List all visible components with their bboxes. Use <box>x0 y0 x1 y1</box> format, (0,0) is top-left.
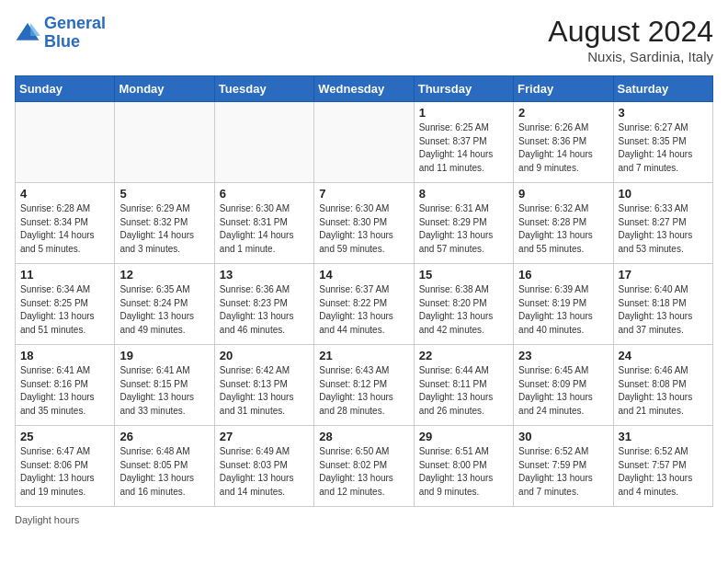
calendar-cell: 21Sunrise: 6:43 AM Sunset: 8:12 PM Dayli… <box>314 345 414 426</box>
calendar-cell <box>314 102 414 183</box>
day-number: 22 <box>419 349 508 362</box>
week-row-4: 18Sunrise: 6:41 AM Sunset: 8:16 PM Dayli… <box>16 345 713 426</box>
day-info: Sunrise: 6:41 AM Sunset: 8:15 PM Dayligh… <box>119 364 209 418</box>
day-info: Sunrise: 6:38 AM Sunset: 8:20 PM Dayligh… <box>419 283 508 337</box>
day-number: 5 <box>119 187 209 201</box>
logo-general: General <box>44 14 106 32</box>
day-info: Sunrise: 6:46 AM Sunset: 8:08 PM Dayligh… <box>619 364 708 418</box>
day-number: 27 <box>220 430 309 443</box>
calendar-cell: 25Sunrise: 6:47 AM Sunset: 8:06 PM Dayli… <box>16 426 115 507</box>
week-row-1: 1Sunrise: 6:25 AM Sunset: 8:37 PM Daylig… <box>16 102 713 183</box>
calendar-cell: 29Sunrise: 6:51 AM Sunset: 8:00 PM Dayli… <box>414 426 513 507</box>
day-number: 13 <box>220 268 309 282</box>
day-number: 8 <box>419 187 508 201</box>
week-row-5: 25Sunrise: 6:47 AM Sunset: 8:06 PM Dayli… <box>16 426 713 507</box>
logo-text: General Blue <box>44 15 106 52</box>
day-info: Sunrise: 6:29 AM Sunset: 8:32 PM Dayligh… <box>119 202 209 256</box>
day-info: Sunrise: 6:52 AM Sunset: 7:57 PM Dayligh… <box>619 445 708 499</box>
week-row-2: 4Sunrise: 6:28 AM Sunset: 8:34 PM Daylig… <box>16 183 713 264</box>
day-info: Sunrise: 6:30 AM Sunset: 8:30 PM Dayligh… <box>319 202 408 256</box>
day-number: 18 <box>20 349 109 362</box>
calendar-cell: 19Sunrise: 6:41 AM Sunset: 8:15 PM Dayli… <box>115 345 214 426</box>
logo: General Blue <box>15 15 106 52</box>
day-info: Sunrise: 6:40 AM Sunset: 8:18 PM Dayligh… <box>619 283 708 337</box>
calendar-cell <box>16 102 115 183</box>
col-header-sunday: Sunday <box>16 76 115 102</box>
day-number: 28 <box>319 430 408 443</box>
day-info: Sunrise: 6:31 AM Sunset: 8:29 PM Dayligh… <box>419 202 508 256</box>
day-info: Sunrise: 6:33 AM Sunset: 8:27 PM Dayligh… <box>619 202 708 256</box>
day-info: Sunrise: 6:45 AM Sunset: 8:09 PM Dayligh… <box>518 364 608 418</box>
footer: Daylight hours <box>15 514 713 525</box>
day-number: 9 <box>518 187 608 201</box>
day-number: 16 <box>518 268 608 282</box>
col-header-tuesday: Tuesday <box>214 76 313 102</box>
day-info: Sunrise: 6:32 AM Sunset: 8:28 PM Dayligh… <box>518 202 608 256</box>
calendar-cell: 9Sunrise: 6:32 AM Sunset: 8:28 PM Daylig… <box>514 183 613 264</box>
day-number: 30 <box>518 430 608 443</box>
day-number: 15 <box>419 268 508 282</box>
day-info: Sunrise: 6:52 AM Sunset: 7:59 PM Dayligh… <box>518 445 608 499</box>
day-number: 20 <box>220 349 309 362</box>
day-number: 14 <box>319 268 408 282</box>
calendar-cell: 10Sunrise: 6:33 AM Sunset: 8:27 PM Dayli… <box>613 183 712 264</box>
calendar-cell: 26Sunrise: 6:48 AM Sunset: 8:05 PM Dayli… <box>115 426 214 507</box>
calendar-cell: 18Sunrise: 6:41 AM Sunset: 8:16 PM Dayli… <box>16 345 115 426</box>
day-number: 26 <box>119 430 209 443</box>
calendar-cell: 28Sunrise: 6:50 AM Sunset: 8:02 PM Dayli… <box>314 426 414 507</box>
calendar-cell: 2Sunrise: 6:26 AM Sunset: 8:36 PM Daylig… <box>514 102 613 183</box>
day-info: Sunrise: 6:34 AM Sunset: 8:25 PM Dayligh… <box>20 283 109 337</box>
calendar-cell: 13Sunrise: 6:36 AM Sunset: 8:23 PM Dayli… <box>214 264 313 345</box>
week-row-3: 11Sunrise: 6:34 AM Sunset: 8:25 PM Dayli… <box>16 264 713 345</box>
calendar-cell <box>115 102 214 183</box>
calendar-cell: 3Sunrise: 6:27 AM Sunset: 8:35 PM Daylig… <box>613 102 712 183</box>
col-header-saturday: Saturday <box>613 76 712 102</box>
calendar-cell: 14Sunrise: 6:37 AM Sunset: 8:22 PM Dayli… <box>314 264 414 345</box>
day-number: 7 <box>319 187 408 201</box>
day-info: Sunrise: 6:27 AM Sunset: 8:35 PM Dayligh… <box>619 121 708 175</box>
month-year: August 2024 <box>548 15 713 49</box>
day-number: 3 <box>619 106 708 120</box>
day-number: 24 <box>619 349 708 362</box>
day-info: Sunrise: 6:41 AM Sunset: 8:16 PM Dayligh… <box>20 364 109 418</box>
day-info: Sunrise: 6:26 AM Sunset: 8:36 PM Dayligh… <box>518 121 608 175</box>
calendar-cell: 8Sunrise: 6:31 AM Sunset: 8:29 PM Daylig… <box>414 183 513 264</box>
calendar-cell: 24Sunrise: 6:46 AM Sunset: 8:08 PM Dayli… <box>613 345 712 426</box>
day-number: 25 <box>20 430 109 443</box>
day-info: Sunrise: 6:42 AM Sunset: 8:13 PM Dayligh… <box>220 364 309 418</box>
day-number: 19 <box>119 349 209 362</box>
day-info: Sunrise: 6:37 AM Sunset: 8:22 PM Dayligh… <box>319 283 408 337</box>
calendar-cell: 17Sunrise: 6:40 AM Sunset: 8:18 PM Dayli… <box>613 264 712 345</box>
logo-blue: Blue <box>44 32 80 51</box>
page-header: General Blue August 2024 Nuxis, Sardinia… <box>15 15 713 64</box>
day-number: 4 <box>20 187 109 201</box>
day-info: Sunrise: 6:47 AM Sunset: 8:06 PM Dayligh… <box>20 445 109 499</box>
calendar-header-row: SundayMondayTuesdayWednesdayThursdayFrid… <box>16 76 713 102</box>
day-number: 31 <box>619 430 708 443</box>
day-number: 12 <box>119 268 209 282</box>
col-header-wednesday: Wednesday <box>314 76 414 102</box>
day-number: 11 <box>20 268 109 282</box>
day-info: Sunrise: 6:49 AM Sunset: 8:03 PM Dayligh… <box>220 445 309 499</box>
calendar-cell: 7Sunrise: 6:30 AM Sunset: 8:30 PM Daylig… <box>314 183 414 264</box>
calendar-cell: 15Sunrise: 6:38 AM Sunset: 8:20 PM Dayli… <box>414 264 513 345</box>
col-header-friday: Friday <box>514 76 613 102</box>
calendar-cell: 1Sunrise: 6:25 AM Sunset: 8:37 PM Daylig… <box>414 102 513 183</box>
calendar-cell: 16Sunrise: 6:39 AM Sunset: 8:19 PM Dayli… <box>514 264 613 345</box>
calendar-cell: 6Sunrise: 6:30 AM Sunset: 8:31 PM Daylig… <box>214 183 313 264</box>
calendar-cell: 12Sunrise: 6:35 AM Sunset: 8:24 PM Dayli… <box>115 264 214 345</box>
calendar-table: SundayMondayTuesdayWednesdayThursdayFrid… <box>15 75 713 507</box>
day-info: Sunrise: 6:50 AM Sunset: 8:02 PM Dayligh… <box>319 445 408 499</box>
day-info: Sunrise: 6:30 AM Sunset: 8:31 PM Dayligh… <box>220 202 309 256</box>
calendar-cell <box>214 102 313 183</box>
day-info: Sunrise: 6:51 AM Sunset: 8:00 PM Dayligh… <box>419 445 508 499</box>
day-info: Sunrise: 6:36 AM Sunset: 8:23 PM Dayligh… <box>220 283 309 337</box>
day-info: Sunrise: 6:48 AM Sunset: 8:05 PM Dayligh… <box>119 445 209 499</box>
day-info: Sunrise: 6:43 AM Sunset: 8:12 PM Dayligh… <box>319 364 408 418</box>
daylight-hours-label: Daylight hours <box>15 514 79 525</box>
day-number: 23 <box>518 349 608 362</box>
day-info: Sunrise: 6:39 AM Sunset: 8:19 PM Dayligh… <box>518 283 608 337</box>
calendar-cell: 22Sunrise: 6:44 AM Sunset: 8:11 PM Dayli… <box>414 345 513 426</box>
day-info: Sunrise: 6:44 AM Sunset: 8:11 PM Dayligh… <box>419 364 508 418</box>
calendar-cell: 5Sunrise: 6:29 AM Sunset: 8:32 PM Daylig… <box>115 183 214 264</box>
